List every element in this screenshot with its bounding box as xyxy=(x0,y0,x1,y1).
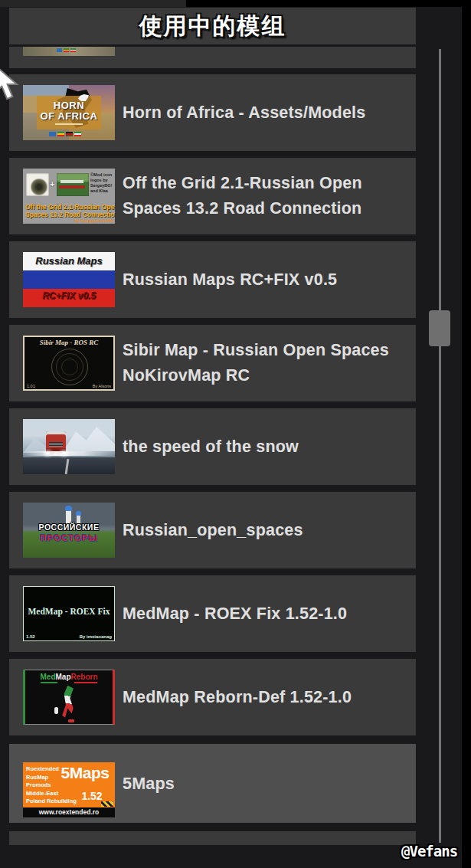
watermark: @Vefans xyxy=(401,843,457,860)
flag-icon xyxy=(57,132,64,136)
flag-icon xyxy=(57,48,62,52)
scrollbar-thumb[interactable] xyxy=(429,310,450,346)
thumb-url: www.roextended.ro xyxy=(23,808,115,816)
scrollbar-track[interactable] xyxy=(439,49,441,843)
headlight-icon xyxy=(62,452,66,454)
active-mods-header: 使用中的模组 xyxy=(9,8,416,44)
mod-row-medmap-reborn[interactable]: MedMapReborn MedMap Reborn-Def 1.52-1.0 xyxy=(9,659,416,735)
page-title: 使用中的模组 xyxy=(139,11,286,42)
thumb-version: 1.52 xyxy=(26,634,35,639)
hazard-stripe-icon xyxy=(101,801,113,807)
thumb-author: by SergeyLion169 xyxy=(74,218,113,223)
mod-thumbnail xyxy=(23,47,115,56)
top-edge-strip-dark xyxy=(186,0,471,7)
thumb-map-name: Middle-East xyxy=(26,790,77,798)
thumb-text: ПРОСТОРЫ xyxy=(23,533,115,542)
mod-thumbnail: РОССИЙСКИЕ ПРОСТОРЫ xyxy=(23,503,115,558)
mod-row-partial-top[interactable] xyxy=(9,47,416,68)
thumb-map-name: Poland Rebuilding xyxy=(26,798,77,806)
mod-title: Russian_open_spaces xyxy=(123,518,303,543)
thumb-text: 5Maps xyxy=(57,764,113,782)
thumb-credit: ©Mod icon logos by SergeyBG! and Klaa xyxy=(90,172,114,194)
mod-row-russian-open-spaces[interactable]: РОССИЙСКИЕ ПРОСТОРЫ Russian_open_spaces xyxy=(9,492,416,568)
right-edge-band xyxy=(462,0,471,868)
flag-icon xyxy=(64,48,69,52)
mod-row-partial-bottom[interactable] xyxy=(9,831,416,845)
mod-title-line: Sibir Map - Russian Open Spaces xyxy=(123,338,389,363)
mod-title-line: Spaces 13.2 Road Connection xyxy=(123,196,362,221)
thumb-text: Russian Maps xyxy=(23,255,115,267)
headlight-icon xyxy=(46,452,50,454)
mod-title: Russian Maps RC+FIX v0.5 xyxy=(123,267,337,293)
thumb-text: HORN xyxy=(54,100,84,111)
flag-icon xyxy=(49,132,56,136)
thumb-text: RC+FIX v0.5 xyxy=(23,290,115,301)
mod-thumbnail: Sibir Map - ROS RC 1.01 By Alsons xyxy=(23,336,115,391)
mod-row-sibir-map[interactable]: Sibir Map - ROS RC 1.01 By Alsons Sibir … xyxy=(9,325,416,401)
mod-title: 5Maps xyxy=(123,771,175,796)
mod-title: Horn of Africa - Assets/Models xyxy=(123,100,365,126)
thumb-map-name: Promods xyxy=(26,781,77,790)
mod-row-off-the-grid[interactable]: + ©Mod icon logos by SergeyBG! and Klaa … xyxy=(9,158,416,234)
thumb-text: OF AFRICA xyxy=(41,111,98,122)
mountain-shape xyxy=(63,427,115,451)
mod-thumbnail: MedMap - ROEX Fix 1.52 By imxiaoanag xyxy=(23,586,115,641)
thumb-text: Map xyxy=(56,673,71,681)
mod-row-medmap-roex[interactable]: MedMap - ROEX Fix 1.52 By imxiaoanag Med… xyxy=(9,575,416,652)
thumb-text: Sibir Map - ROS RC xyxy=(25,339,113,346)
thumb-text: MedMap - ROEX Fix xyxy=(24,607,114,616)
mod-thumbnail: + ©Mod icon logos by SergeyBG! and Klaa … xyxy=(23,169,115,224)
mod-row-5maps[interactable]: Roextended RusMap Promods Middle-East Po… xyxy=(9,744,416,823)
flag-icon xyxy=(66,132,73,136)
mod-row-speed-of-snow[interactable]: the speed of the snow xyxy=(9,408,416,485)
mod-thumbnail: HORN OF AFRICA xyxy=(23,85,115,140)
mod-thumbnail: MedMapReborn xyxy=(23,670,115,725)
thumb-version: 1.52 xyxy=(70,790,113,802)
thumb-version: 1.01 xyxy=(27,384,35,388)
thumb-author: By imxiaoanag xyxy=(80,634,112,639)
mod-title: the speed of the snow xyxy=(123,434,299,460)
flag-icon xyxy=(70,48,76,52)
mod-thumbnail: Russian Maps RC+FIX v0.5 xyxy=(23,252,115,307)
plus-glyph: + xyxy=(50,179,54,188)
mod-title-line: Off the Grid 2.1-Russian Open xyxy=(123,171,362,196)
thumb-text: Med xyxy=(41,673,56,681)
thumb-caption: Off the Grid 2.1-Russian Open xyxy=(25,203,115,211)
mouse-cursor-icon xyxy=(0,63,21,103)
thumb-caption: Spaces 13.2 Road Connection xyxy=(25,211,115,218)
mod-row-horn-of-africa[interactable]: HORN OF AFRICA Horn of Africa - Assets/M… xyxy=(9,74,416,151)
mod-title: MedMap - ROEX Fix 1.52-1.0 xyxy=(123,601,347,627)
mod-title: MedMap Reborn-Def 1.52-1.0 xyxy=(123,685,352,710)
thumb-author: By Alsons xyxy=(93,384,111,388)
mod-thumbnail xyxy=(23,419,115,474)
thumb-text: Reborn xyxy=(71,673,98,681)
mod-title-line: NoKirovMap RC xyxy=(123,363,389,388)
italy-map-icon xyxy=(58,685,77,719)
mod-row-russian-maps[interactable]: Russian Maps RC+FIX v0.5 Russian Maps RC… xyxy=(9,241,416,318)
flag-icon xyxy=(74,132,81,136)
thumb-text: РОССИЙСКИЕ xyxy=(23,522,115,532)
mod-thumbnail: Roextended RusMap Promods Middle-East Po… xyxy=(23,762,115,817)
